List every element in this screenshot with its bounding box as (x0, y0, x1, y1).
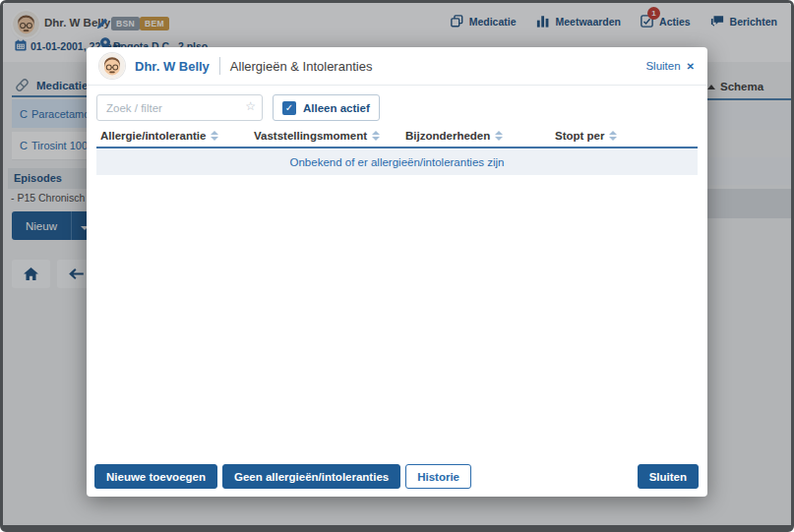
geen-allergieen-button[interactable]: Geen allergieën/intoleranties (222, 464, 400, 489)
allergies-modal: Dhr. W Belly Allergieën & Intoleranties … (87, 47, 707, 497)
column-label: Stopt per (555, 130, 604, 142)
modal-toolbar: ☆ ✓ Alleen actief (96, 94, 380, 121)
close-icon: ✕ (687, 61, 695, 72)
search-wrap: ☆ (96, 94, 263, 121)
filter-label: Alleen actief (303, 102, 370, 114)
column-header-stopt-per[interactable]: Stopt per (555, 130, 617, 142)
sort-icon (211, 131, 218, 141)
historie-button[interactable]: Historie (405, 464, 471, 489)
alleen-actief-filter[interactable]: ✓ Alleen actief (273, 94, 380, 121)
column-header-vaststellingsmoment[interactable]: Vaststellingsmoment (254, 130, 380, 142)
modal-footer: Nieuwe toevoegen Geen allergieën/intoler… (94, 464, 699, 489)
modal-patient-name: Dhr. W Belly (135, 59, 210, 74)
column-header-bijzonderheden[interactable]: Bijzonderheden (405, 130, 503, 142)
modal-title: Allergieën & Intoleranties (230, 59, 373, 74)
sluiten-button[interactable]: Sluiten (638, 464, 699, 489)
app-window: Dhr. W Belly BSN BEM 01-01-2001, 22 jaar… (0, 0, 794, 532)
checkbox-checked-icon[interactable]: ✓ (282, 101, 296, 115)
empty-state-message: Onbekend of er allergieën/intoleranties … (290, 156, 505, 168)
column-label: Bijzonderheden (405, 130, 490, 142)
nieuwe-toevoegen-button[interactable]: Nieuwe toevoegen (94, 464, 217, 489)
column-header-allergie[interactable]: Allergie/intolerantie (100, 130, 218, 142)
star-icon[interactable]: ☆ (245, 99, 256, 113)
column-label: Vaststellingsmoment (254, 130, 367, 142)
avatar-face-icon (99, 53, 125, 79)
column-label: Allergie/intolerantie (100, 130, 206, 142)
sort-icon (372, 131, 380, 141)
sort-icon (609, 131, 617, 141)
search-input[interactable] (96, 94, 263, 121)
empty-state-row: Onbekend of er allergieën/intoleranties … (96, 148, 698, 175)
sort-icon (495, 131, 503, 141)
close-label: Sluiten (645, 60, 680, 72)
header-separator (219, 57, 220, 75)
patient-avatar (99, 53, 125, 79)
modal-close-link[interactable]: Sluiten ✕ (645, 60, 695, 72)
modal-header: Dhr. W Belly Allergieën & Intoleranties … (87, 47, 707, 86)
